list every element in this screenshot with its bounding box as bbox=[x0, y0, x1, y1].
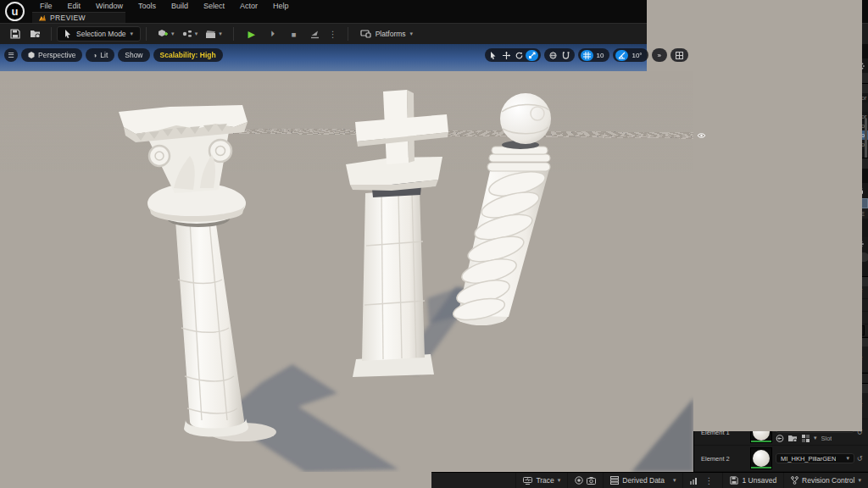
filter-tab-streaming[interactable]: Streaming bbox=[745, 265, 787, 274]
reset-static-mesh-icon[interactable]: ↺ bbox=[854, 356, 865, 363]
show-dropdown[interactable]: Show bbox=[118, 48, 149, 62]
scalability-warning[interactable]: Scalability: High bbox=[153, 48, 223, 62]
outliner-row-pillar-demo-2[interactable]: SM_HKH_PillarGEN_Demo_2 StaticMeshActor bbox=[694, 130, 868, 140]
rotation-x-field[interactable]: 0.0° bbox=[767, 300, 794, 310]
menu-help[interactable]: Help bbox=[265, 0, 297, 12]
launch-button[interactable] bbox=[307, 26, 324, 42]
performance-icons[interactable]: ⋮ bbox=[682, 473, 722, 488]
add-component-button[interactable]: +Add bbox=[791, 186, 824, 197]
menu-actor[interactable]: Actor bbox=[232, 0, 265, 12]
output-log-button[interactable]: Output Log bbox=[81, 473, 145, 488]
outliner-row-playerstart[interactable]: PlayerStart PlayerStart bbox=[694, 103, 868, 112]
details-tab-close-icon[interactable]: ✕ bbox=[756, 173, 761, 180]
frame-skip-button[interactable]: ⏵ bbox=[264, 26, 281, 42]
item-label-column[interactable]: Item Label ▲ bbox=[708, 75, 821, 82]
outliner-scrollbar[interactable] bbox=[865, 118, 867, 158]
eye-icon[interactable] bbox=[694, 133, 708, 138]
close-button[interactable]: ✕ bbox=[849, 1, 868, 12]
menu-build[interactable]: Build bbox=[164, 0, 196, 12]
rotation-y-field[interactable]: 0.0° bbox=[797, 300, 824, 310]
filter-tab-general[interactable]: General bbox=[699, 252, 736, 262]
outliner-search-input[interactable] bbox=[726, 62, 832, 69]
cinematics-dropdown[interactable]: ▾ bbox=[202, 26, 225, 42]
revision-control-dropdown[interactable]: Revision Control▾ bbox=[783, 473, 868, 488]
filter-tab-lod[interactable]: LOD bbox=[771, 252, 798, 262]
location-y-field[interactable]: 0.0 bbox=[797, 287, 824, 297]
convert-blueprint-icon[interactable] bbox=[829, 187, 838, 195]
menu-window[interactable]: Window bbox=[88, 0, 131, 12]
viewport-options-menu[interactable]: ☰ bbox=[4, 48, 18, 62]
location-x-field[interactable]: -500.0 bbox=[767, 287, 794, 297]
trace-status-icons[interactable] bbox=[567, 473, 603, 488]
outliner-search[interactable]: ▾ bbox=[713, 60, 842, 71]
rotation-z-field[interactable]: 0.0° bbox=[827, 300, 854, 310]
material-options-icon[interactable] bbox=[802, 408, 810, 416]
derived-data-dropdown[interactable]: Derived Data▾ bbox=[603, 473, 682, 488]
unsaved-button[interactable]: 1 Unsaved bbox=[722, 473, 783, 488]
reset-material-icon[interactable]: ↺ bbox=[854, 455, 865, 463]
scale-lock-icon[interactable] bbox=[743, 313, 750, 322]
outliner-filter-icon[interactable]: ▾ bbox=[698, 63, 710, 69]
use-selected-asset-icon[interactable] bbox=[776, 408, 784, 416]
material-options-icon[interactable] bbox=[802, 435, 810, 442]
mobility-stationary[interactable]: Stationary bbox=[785, 325, 827, 336]
outliner-row-floor[interactable]: Floor StaticMeshActor bbox=[694, 93, 868, 103]
component-edit-link[interactable]: E bbox=[860, 210, 865, 218]
use-selected-asset-icon[interactable] bbox=[776, 362, 784, 369]
play-options-kebab[interactable]: ⋮ bbox=[326, 30, 340, 39]
outliner-row-lighting[interactable]: Lighting bbox=[694, 84, 868, 93]
filter-tab-misc[interactable]: Misc bbox=[803, 252, 830, 262]
material-thumbnail[interactable] bbox=[750, 421, 772, 443]
details-settings-icon[interactable] bbox=[855, 240, 864, 248]
details-tab[interactable]: Details ✕ bbox=[694, 170, 767, 183]
reset-material-icon[interactable]: ↺ bbox=[854, 402, 865, 410]
reset-material-icon[interactable]: ↺ bbox=[854, 429, 865, 436]
restore-button[interactable]: ▢ bbox=[831, 1, 849, 12]
scale-tool-icon[interactable] bbox=[526, 50, 538, 61]
material-asset-dropdown[interactable]: MI_HKH_PillarGEN▾ bbox=[776, 453, 854, 463]
scale-dropdown[interactable]: Scale▾ bbox=[698, 313, 740, 323]
menu-file[interactable]: File bbox=[32, 0, 60, 12]
mobility-movable[interactable]: Movable bbox=[827, 325, 865, 336]
visibility-column-eye-icon[interactable] bbox=[694, 75, 708, 80]
select-tool-icon[interactable] bbox=[487, 50, 500, 61]
view-mode-dropdown[interactable]: ◑ Lit bbox=[86, 48, 114, 62]
lock-icon[interactable] bbox=[857, 186, 864, 195]
material-asset-dropdown[interactable]: MI_HKH_PillarGEN▾ bbox=[776, 423, 854, 433]
static-mesh-section-header[interactable]: ▼Static Mesh bbox=[694, 337, 868, 347]
viewport-layout-icon[interactable] bbox=[673, 50, 686, 61]
perspective-dropdown[interactable]: Perspective bbox=[21, 48, 82, 62]
save-icon[interactable] bbox=[7, 26, 24, 42]
surface-snapping-icon[interactable] bbox=[559, 50, 572, 61]
type-column[interactable]: Type bbox=[821, 75, 868, 82]
filter-tab-actor[interactable]: Actor bbox=[739, 252, 768, 262]
outliner-tab-close-icon[interactable]: ✕ bbox=[756, 49, 761, 57]
play-button[interactable]: ▶ bbox=[243, 26, 260, 42]
coordinate-space-icon[interactable] bbox=[547, 50, 559, 61]
outliner-row-pillar-demo-1[interactable]: SM_HKH_PillarGEN_Demo_1 StaticMeshActor bbox=[694, 121, 868, 130]
console-command-input[interactable] bbox=[199, 475, 348, 486]
browse-content-icon[interactable] bbox=[27, 26, 44, 42]
details-search-input[interactable] bbox=[712, 240, 824, 247]
help-icon[interactable]: ? bbox=[843, 186, 852, 195]
blueprints-dropdown[interactable]: ▾ bbox=[179, 26, 202, 42]
content-drawer-button[interactable]: Content Drawer bbox=[0, 473, 81, 488]
scale-x-field[interactable]: 1.0 bbox=[760, 313, 790, 323]
static-mesh-asset-dropdown[interactable]: SM_HKH_PillarGEN_Demo▾ bbox=[776, 350, 854, 360]
browse-to-asset-icon[interactable] bbox=[788, 408, 798, 416]
reset-location-icon[interactable]: ↺ bbox=[854, 288, 865, 296]
scale-y-field[interactable]: 1.0 bbox=[793, 313, 822, 323]
filter-tab-rendering[interactable]: Rendering bbox=[699, 265, 742, 274]
component-tree-child[interactable]: StaticMeshComponent (StaticMeshComponent… bbox=[694, 208, 868, 219]
rotation-snap-value[interactable]: 10° bbox=[628, 52, 645, 59]
materials-section-header[interactable]: ▼Materials bbox=[694, 383, 868, 393]
favorites-star-icon[interactable]: ★ bbox=[845, 240, 851, 247]
material-thumbnail[interactable] bbox=[750, 395, 772, 417]
display-options-icon[interactable] bbox=[832, 241, 841, 247]
trace-dropdown[interactable]: Trace▾ bbox=[515, 473, 567, 488]
material-thumbnail[interactable] bbox=[750, 447, 772, 469]
rotation-snap-icon[interactable] bbox=[615, 50, 628, 61]
filter-tab-physics[interactable]: Physics bbox=[833, 252, 868, 262]
grid-snap-icon[interactable] bbox=[581, 50, 593, 61]
static-mesh-thumbnail[interactable] bbox=[750, 348, 772, 370]
